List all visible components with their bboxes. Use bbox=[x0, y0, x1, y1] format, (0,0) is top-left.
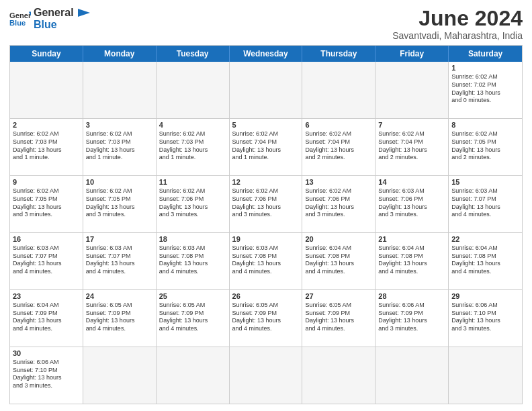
calendar-cell bbox=[157, 62, 230, 118]
day-info: Sunrise: 6:04 AM Sunset: 7:08 PM Dayligh… bbox=[378, 244, 445, 276]
day-number: 29 bbox=[451, 292, 519, 300]
day-info: Sunrise: 6:06 AM Sunset: 7:10 PM Dayligh… bbox=[451, 302, 519, 333]
day-header-friday: Friday bbox=[375, 46, 449, 62]
day-info: Sunrise: 6:06 AM Sunset: 7:10 PM Dayligh… bbox=[13, 359, 80, 390]
day-info: Sunrise: 6:02 AM Sunset: 7:06 PM Dayligh… bbox=[159, 187, 226, 219]
calendar-cell bbox=[449, 347, 522, 404]
day-number: 23 bbox=[13, 292, 80, 300]
day-info: Sunrise: 6:04 AM Sunset: 7:08 PM Dayligh… bbox=[305, 244, 372, 276]
day-info: Sunrise: 6:02 AM Sunset: 7:06 PM Dayligh… bbox=[232, 187, 300, 219]
day-header-monday: Monday bbox=[83, 46, 157, 62]
day-info: Sunrise: 6:02 AM Sunset: 7:03 PM Dayligh… bbox=[13, 130, 80, 162]
day-info: Sunrise: 6:02 AM Sunset: 7:05 PM Dayligh… bbox=[86, 187, 153, 219]
calendar-cell: 25Sunrise: 6:05 AM Sunset: 7:09 PM Dayli… bbox=[157, 290, 230, 347]
day-info: Sunrise: 6:03 AM Sunset: 7:07 PM Dayligh… bbox=[451, 187, 519, 219]
calendar-week-5: 30Sunrise: 6:06 AM Sunset: 7:10 PM Dayli… bbox=[10, 347, 522, 404]
calendar-cell: 7Sunrise: 6:02 AM Sunset: 7:04 PM Daylig… bbox=[375, 119, 449, 175]
calendar-cell: 13Sunrise: 6:02 AM Sunset: 7:06 PM Dayli… bbox=[302, 176, 375, 232]
title-block: June 2024 Savantvadi, Maharashtra, India bbox=[392, 7, 523, 41]
day-info: Sunrise: 6:05 AM Sunset: 7:09 PM Dayligh… bbox=[305, 302, 372, 333]
day-info: Sunrise: 6:05 AM Sunset: 7:09 PM Dayligh… bbox=[86, 302, 153, 333]
day-number: 2 bbox=[13, 121, 80, 129]
day-number: 13 bbox=[305, 178, 372, 186]
subtitle: Savantvadi, Maharashtra, India bbox=[392, 30, 523, 41]
calendar-cell: 12Sunrise: 6:02 AM Sunset: 7:06 PM Dayli… bbox=[230, 176, 303, 232]
calendar-cell: 16Sunrise: 6:03 AM Sunset: 7:07 PM Dayli… bbox=[10, 233, 83, 289]
calendar-cell bbox=[302, 62, 375, 118]
calendar-cell: 17Sunrise: 6:03 AM Sunset: 7:07 PM Dayli… bbox=[83, 233, 157, 289]
day-number: 5 bbox=[232, 121, 300, 129]
day-header-saturday: Saturday bbox=[449, 46, 522, 62]
calendar-week-2: 9Sunrise: 6:02 AM Sunset: 7:05 PM Daylig… bbox=[10, 175, 522, 232]
calendar-cell: 27Sunrise: 6:05 AM Sunset: 7:09 PM Dayli… bbox=[302, 290, 375, 347]
day-info: Sunrise: 6:02 AM Sunset: 7:02 PM Dayligh… bbox=[451, 73, 519, 105]
calendar-cell: 21Sunrise: 6:04 AM Sunset: 7:08 PM Dayli… bbox=[375, 233, 449, 289]
day-number: 26 bbox=[232, 292, 300, 300]
day-number: 9 bbox=[13, 178, 80, 186]
svg-marker-3 bbox=[78, 9, 90, 17]
day-number: 10 bbox=[86, 178, 153, 186]
calendar-cell: 19Sunrise: 6:03 AM Sunset: 7:08 PM Dayli… bbox=[230, 233, 303, 289]
calendar-cell bbox=[375, 62, 449, 118]
day-header-thursday: Thursday bbox=[302, 46, 375, 62]
calendar-cell: 8Sunrise: 6:02 AM Sunset: 7:05 PM Daylig… bbox=[449, 119, 522, 175]
day-info: Sunrise: 6:03 AM Sunset: 7:08 PM Dayligh… bbox=[159, 244, 226, 276]
calendar-cell: 1Sunrise: 6:02 AM Sunset: 7:02 PM Daylig… bbox=[449, 62, 522, 118]
calendar-cell: 26Sunrise: 6:05 AM Sunset: 7:09 PM Dayli… bbox=[230, 290, 303, 347]
calendar-cell: 22Sunrise: 6:04 AM Sunset: 7:08 PM Dayli… bbox=[449, 233, 522, 289]
day-info: Sunrise: 6:03 AM Sunset: 7:06 PM Dayligh… bbox=[378, 187, 445, 219]
day-info: Sunrise: 6:02 AM Sunset: 7:04 PM Dayligh… bbox=[378, 130, 445, 162]
day-info: Sunrise: 6:02 AM Sunset: 7:03 PM Dayligh… bbox=[86, 130, 153, 162]
day-number: 7 bbox=[378, 121, 445, 129]
day-info: Sunrise: 6:03 AM Sunset: 7:08 PM Dayligh… bbox=[232, 244, 300, 276]
calendar-cell: 5Sunrise: 6:02 AM Sunset: 7:04 PM Daylig… bbox=[230, 119, 303, 175]
day-number: 12 bbox=[232, 178, 300, 186]
day-info: Sunrise: 6:02 AM Sunset: 7:03 PM Dayligh… bbox=[159, 130, 226, 162]
calendar-week-1: 2Sunrise: 6:02 AM Sunset: 7:03 PM Daylig… bbox=[10, 118, 522, 175]
calendar-cell: 30Sunrise: 6:06 AM Sunset: 7:10 PM Dayli… bbox=[10, 347, 83, 404]
calendar-week-0: 1Sunrise: 6:02 AM Sunset: 7:02 PM Daylig… bbox=[10, 62, 522, 118]
day-info: Sunrise: 6:02 AM Sunset: 7:05 PM Dayligh… bbox=[451, 130, 519, 162]
calendar-cell bbox=[230, 62, 303, 118]
day-header-tuesday: Tuesday bbox=[157, 46, 230, 62]
calendar-week-4: 23Sunrise: 6:04 AM Sunset: 7:09 PM Dayli… bbox=[10, 289, 522, 347]
day-number: 20 bbox=[305, 235, 372, 243]
logo-flag-icon bbox=[78, 9, 90, 24]
logo-icon: General Blue bbox=[9, 9, 31, 28]
calendar-cell: 2Sunrise: 6:02 AM Sunset: 7:03 PM Daylig… bbox=[10, 119, 83, 175]
calendar-cell: 9Sunrise: 6:02 AM Sunset: 7:05 PM Daylig… bbox=[10, 176, 83, 232]
calendar-header: SundayMondayTuesdayWednesdayThursdayFrid… bbox=[10, 46, 522, 62]
day-number: 8 bbox=[451, 121, 519, 129]
calendar-cell bbox=[157, 347, 230, 404]
day-number: 24 bbox=[86, 292, 153, 300]
day-info: Sunrise: 6:03 AM Sunset: 7:07 PM Dayligh… bbox=[86, 244, 153, 276]
day-number: 15 bbox=[451, 178, 519, 186]
day-info: Sunrise: 6:02 AM Sunset: 7:04 PM Dayligh… bbox=[232, 130, 300, 162]
calendar-cell: 20Sunrise: 6:04 AM Sunset: 7:08 PM Dayli… bbox=[302, 233, 375, 289]
day-info: Sunrise: 6:06 AM Sunset: 7:09 PM Dayligh… bbox=[378, 302, 445, 333]
day-number: 27 bbox=[305, 292, 372, 300]
calendar-cell bbox=[230, 347, 303, 404]
day-number: 4 bbox=[159, 121, 226, 129]
page-header: General Blue General Blue June 2024 Sava… bbox=[9, 7, 523, 41]
day-number: 30 bbox=[13, 349, 80, 357]
calendar-cell: 29Sunrise: 6:06 AM Sunset: 7:10 PM Dayli… bbox=[449, 290, 522, 347]
day-number: 25 bbox=[159, 292, 226, 300]
day-number: 14 bbox=[378, 178, 445, 186]
calendar-cell bbox=[302, 347, 375, 404]
calendar-cell: 24Sunrise: 6:05 AM Sunset: 7:09 PM Dayli… bbox=[83, 290, 157, 347]
main-title: June 2024 bbox=[392, 7, 523, 30]
day-header-sunday: Sunday bbox=[10, 46, 83, 62]
logo: General Blue General Blue bbox=[9, 7, 90, 30]
calendar-cell: 18Sunrise: 6:03 AM Sunset: 7:08 PM Dayli… bbox=[157, 233, 230, 289]
calendar: SundayMondayTuesdayWednesdayThursdayFrid… bbox=[9, 45, 523, 404]
day-info: Sunrise: 6:02 AM Sunset: 7:06 PM Dayligh… bbox=[305, 187, 372, 219]
day-number: 19 bbox=[232, 235, 300, 243]
day-number: 11 bbox=[159, 178, 226, 186]
calendar-cell bbox=[375, 347, 449, 404]
calendar-cell bbox=[10, 62, 83, 118]
day-info: Sunrise: 6:04 AM Sunset: 7:09 PM Dayligh… bbox=[13, 302, 80, 333]
day-number: 3 bbox=[86, 121, 153, 129]
logo-blue: Blue bbox=[34, 19, 74, 31]
calendar-cell: 28Sunrise: 6:06 AM Sunset: 7:09 PM Dayli… bbox=[375, 290, 449, 347]
